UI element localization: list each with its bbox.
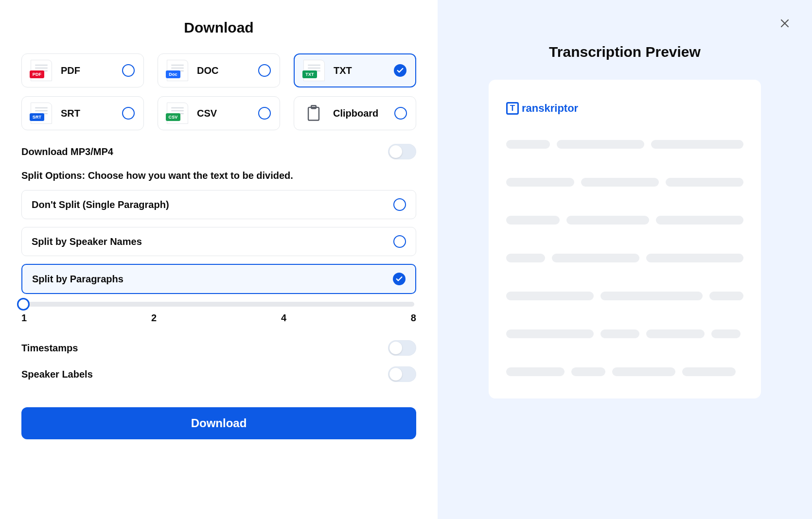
svg-rect-0 [308,107,319,121]
radio-checked-icon [394,64,406,77]
split-option-label: Split by Paragraphs [32,274,124,285]
split-option-none[interactable]: Don't Split (Single Paragraph) [21,190,416,219]
format-option-clipboard[interactable]: Clipboard [294,96,416,130]
timestamps-row: Timestamps [21,340,416,356]
close-button[interactable] [779,17,791,31]
preview-title: Transcription Preview [549,44,701,60]
brand-text: ranskriptor [522,102,578,115]
download-dialog: Download PDF PDF Doc DOC [0,0,812,519]
preview-document: Transkriptor [489,80,761,398]
format-option-srt[interactable]: SRT SRT [21,96,144,130]
speaker-labels-toggle[interactable] [388,366,416,382]
file-txt-icon: TXT [303,60,325,81]
slider-ticks: 1 2 4 8 [21,312,416,324]
radio-unchecked-icon [258,107,271,120]
preview-panel: Transcription Preview Transkriptor [438,0,812,519]
brand-initial: T [506,102,519,115]
format-option-pdf[interactable]: PDF PDF [21,53,144,87]
dialog-title: Download [21,19,416,36]
slider-tick: 8 [411,312,416,324]
download-mp3-label: Download MP3/MP4 [21,146,113,157]
timestamps-toggle[interactable] [388,340,416,356]
radio-unchecked-icon [393,198,406,211]
format-label: PDF [61,65,122,76]
slider-tick: 1 [21,312,27,324]
download-mp3-toggle[interactable] [388,144,416,159]
download-mp3-row: Download MP3/MP4 [21,144,416,159]
file-srt-icon: SRT [31,103,52,124]
radio-unchecked-icon [122,107,135,120]
file-pdf-icon: PDF [31,60,52,81]
brand-logo: Transkriptor [506,102,743,115]
format-label: TXT [334,65,394,76]
file-csv-icon: CSV [167,103,188,124]
format-option-txt[interactable]: TXT TXT [294,53,416,87]
split-option-speaker[interactable]: Split by Speaker Names [21,227,416,256]
radio-unchecked-icon [393,235,406,248]
format-label: SRT [61,108,122,119]
format-label: DOC [197,65,258,76]
radio-unchecked-icon [122,64,135,77]
radio-unchecked-icon [258,64,271,77]
split-option-label: Split by Speaker Names [32,236,142,247]
split-options-heading: Split Options: Choose how you want the t… [21,170,416,181]
format-label: Clipboard [333,108,394,119]
speaker-labels-row: Speaker Labels [21,366,416,382]
speaker-labels-label: Speaker Labels [21,369,93,380]
split-option-paragraphs[interactable]: Split by Paragraphs [21,264,416,294]
preview-skeleton [506,140,743,376]
slider-handle[interactable] [17,298,30,311]
file-doc-icon: Doc [167,60,188,81]
slider-tick: 2 [151,312,157,324]
format-option-doc[interactable]: Doc DOC [158,53,280,87]
paragraph-count-slider[interactable]: 1 2 4 8 [21,302,416,324]
radio-checked-icon [393,273,406,285]
format-option-csv[interactable]: CSV CSV [158,96,280,130]
download-options-panel: Download PDF PDF Doc DOC [0,0,438,519]
clipboard-icon [303,103,324,124]
download-button[interactable]: Download [21,407,416,439]
format-label: CSV [197,108,258,119]
slider-track [23,302,414,307]
timestamps-label: Timestamps [21,343,78,354]
format-grid: PDF PDF Doc DOC TXT TXT [21,53,416,130]
split-option-label: Don't Split (Single Paragraph) [32,199,169,210]
slider-tick: 4 [281,312,286,324]
radio-unchecked-icon [394,107,407,120]
